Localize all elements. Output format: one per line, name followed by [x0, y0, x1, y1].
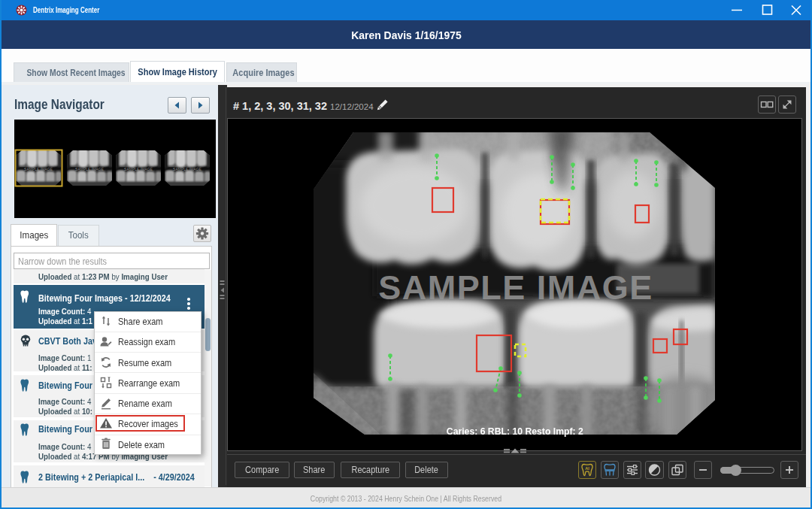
svg-text:AI: AI — [585, 466, 589, 471]
svg-text:SAMPLE IMAGE: SAMPLE IMAGE — [378, 268, 653, 307]
